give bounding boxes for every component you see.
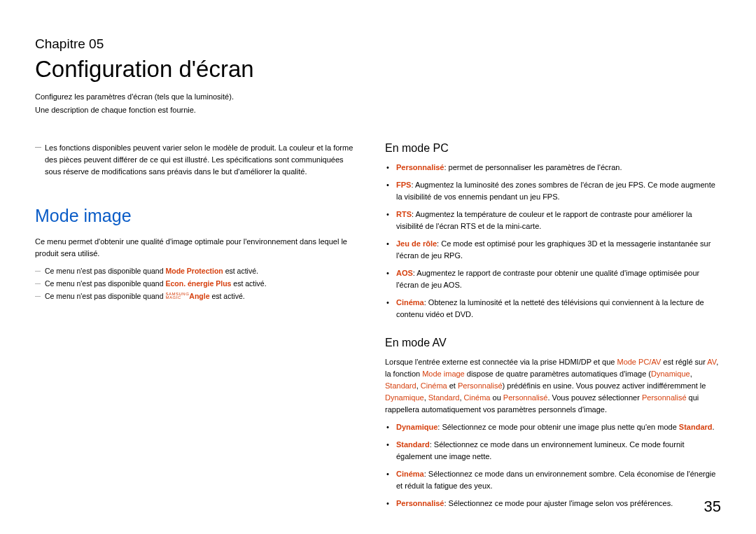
- h: Personnalisé: [503, 393, 548, 402]
- item-label: Cinéma: [396, 470, 424, 478]
- list-item: RTS: Augmentez la température de couleur…: [396, 209, 721, 232]
- t: dispose de quatre paramètres automatique…: [465, 370, 651, 378]
- item-text: : Augmentez le rapport de contraste pour…: [396, 269, 699, 289]
- list-item: AOS: Augmentez le rapport de contraste p…: [396, 267, 721, 291]
- h: Mode PC/AV: [617, 358, 661, 366]
- note-post: est activé.: [231, 279, 266, 288]
- chapter-title: Configuration d'écran: [35, 56, 721, 83]
- item-text: : Augmentez la luminosité des zones somb…: [396, 181, 715, 201]
- list-item: Standard: Sélectionnez ce mode dans un e…: [396, 439, 721, 463]
- note-post: est activé.: [209, 292, 244, 300]
- t: Lorsque l'entrée externe est connectée v…: [385, 358, 617, 366]
- list-item: Cinéma: Obtenez la luminosité et la nett…: [396, 297, 721, 321]
- note-econ-energie: Ce menu n'est pas disponible quand Econ.…: [35, 278, 357, 290]
- note-pre: Ce menu n'est pas disponible quand: [45, 267, 165, 275]
- list-item: Personnalisé: Sélectionnez ce mode pour …: [396, 498, 721, 510]
- h: Standard: [385, 381, 416, 390]
- note-hl: Econ. énergie Plus: [165, 279, 231, 288]
- h: Cinéma: [421, 381, 447, 390]
- list-item: FPS: Augmentez la luminosité des zones s…: [396, 179, 721, 203]
- h: Personnalisé: [458, 381, 503, 390]
- item-label: AOS: [396, 269, 413, 277]
- note-post: est activé.: [223, 267, 258, 275]
- samsung-magic-logo: SAMSUNGMAGIC: [165, 293, 189, 300]
- av-mode-heading: En mode AV: [385, 337, 721, 349]
- item-text2: .: [713, 423, 715, 431]
- mode-image-body: Ce menu permet d'obtenir une qualité d'i…: [35, 236, 357, 260]
- pc-mode-heading: En mode PC: [385, 142, 721, 155]
- h: Dynamique: [651, 370, 690, 378]
- note-magic-angle: Ce menu n'est pas disponible quand SAMSU…: [35, 290, 357, 303]
- note-mode-protection: Ce menu n'est pas disponible quand Mode …: [35, 265, 357, 278]
- item-label: Standard: [396, 440, 430, 449]
- chapter-header: Chapitre 05 Configuration d'écran Config…: [35, 36, 721, 115]
- pc-mode-list: Personnalisé: permet de personnaliser le…: [385, 162, 721, 321]
- page-number: 35: [704, 498, 721, 516]
- note-pre: Ce menu n'est pas disponible quand: [45, 279, 165, 288]
- av-mode-intro: Lorsque l'entrée externe est connectée v…: [385, 356, 721, 416]
- item-label: Personnalisé: [396, 499, 444, 507]
- item-label: Jeu de rôle: [396, 239, 437, 248]
- h: Personnalisé: [642, 393, 687, 402]
- chapter-label: Chapitre 05: [35, 36, 721, 52]
- item-text: : Sélectionnez ce mode pour obtenir une …: [438, 423, 679, 431]
- h: Cinéma: [464, 393, 491, 402]
- mode-image-heading: Mode image: [35, 206, 357, 226]
- t: est réglé sur: [661, 358, 707, 366]
- note-hl: Mode Protection: [165, 267, 223, 275]
- item-text: : Augmentez la température de couleur et…: [396, 210, 692, 230]
- list-item: Personnalisé: permet de personnaliser le…: [396, 162, 721, 174]
- item-text: : permet de personnaliser les paramètres…: [444, 163, 622, 171]
- av-mode-list: Dynamique: Sélectionnez ce mode pour obt…: [385, 421, 721, 510]
- h: Mode image: [422, 370, 465, 378]
- left-column: Les fonctions disponibles peuvent varier…: [35, 142, 357, 515]
- t: ou: [490, 393, 503, 402]
- item-label: RTS: [396, 210, 412, 218]
- list-item: Jeu de rôle: Ce mode est optimisé pour l…: [396, 238, 721, 262]
- right-column: En mode PC Personnalisé: permet de perso…: [385, 142, 721, 515]
- item-label: FPS: [396, 181, 411, 189]
- list-item: Dynamique: Sélectionnez ce mode pour obt…: [396, 421, 721, 433]
- item-label: Cinéma: [396, 298, 424, 307]
- h: Standard: [428, 393, 460, 402]
- chapter-desc-2: Une description de chaque fonction est f…: [35, 104, 721, 116]
- list-item: Cinéma: Sélectionnez ce mode dans un env…: [396, 468, 721, 492]
- item-text: : Ce mode est optimisé pour les graphiqu…: [396, 239, 710, 260]
- brand-bot: MAGIC: [165, 296, 189, 300]
- variation-note: Les fonctions disponibles peuvent varier…: [35, 142, 357, 178]
- content-columns: Les fonctions disponibles peuvent varier…: [35, 142, 721, 515]
- item-text: : Sélectionnez ce mode pour ajuster l'im…: [444, 499, 673, 507]
- item-label: Dynamique: [396, 423, 438, 431]
- t: . Vous pouvez sélectionner: [547, 393, 642, 402]
- t: ) prédéfinis en usine. Vous pouvez activ…: [503, 381, 706, 390]
- t: ,: [690, 370, 692, 378]
- chapter-desc-1: Configurez les paramètres d'écran (tels …: [35, 91, 721, 103]
- item-text: : Obtenez la luminosité et la netteté de…: [396, 298, 704, 318]
- item-hl2: Standard: [679, 423, 713, 431]
- h: AV: [707, 358, 716, 366]
- item-text: : Sélectionnez ce mode dans un environne…: [396, 470, 715, 490]
- note-hl: Angle: [189, 292, 209, 300]
- t: et: [447, 381, 458, 390]
- h: Dynamique: [385, 393, 424, 402]
- item-text: : Sélectionnez ce mode dans un environne…: [396, 440, 685, 461]
- item-label: Personnalisé: [396, 163, 444, 171]
- note-pre: Ce menu n'est pas disponible quand: [45, 292, 165, 300]
